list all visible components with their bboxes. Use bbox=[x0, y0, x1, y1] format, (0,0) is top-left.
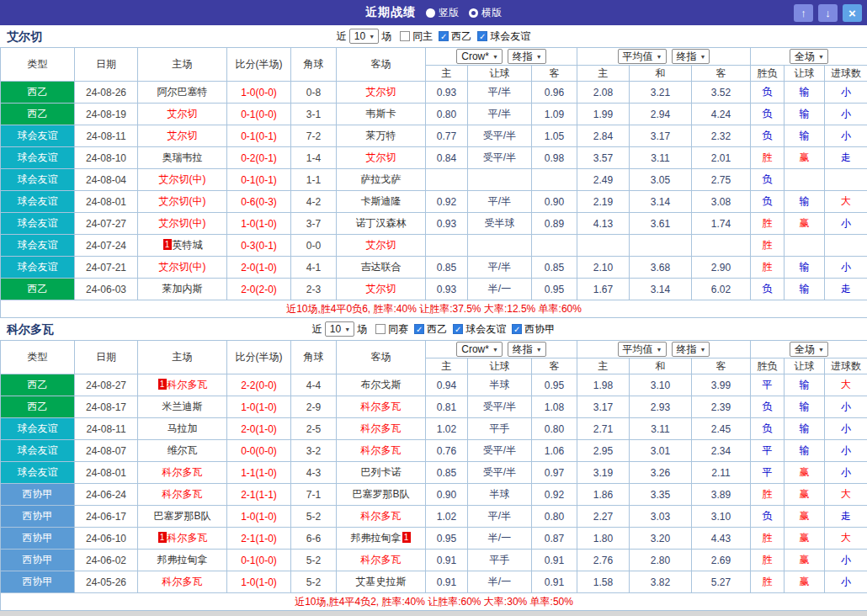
col-header-date: 日期 bbox=[75, 48, 138, 82]
avg-draw-odds: 2.80 bbox=[630, 550, 692, 571]
team-name-text: 莱万特 bbox=[366, 130, 396, 141]
handicap-home-odds: 0.85 bbox=[426, 462, 468, 484]
win-loss-result: 负 bbox=[751, 279, 785, 300]
away-team-link[interactable]: 邦弗拉甸拿1 bbox=[337, 528, 426, 550]
score-with-halftime: 1-0(1-0) bbox=[227, 506, 291, 528]
bookmaker-select[interactable]: Crow*▼ bbox=[456, 49, 503, 64]
away-team-link[interactable]: 巴塞罗那B队 bbox=[337, 484, 426, 506]
odds-time-select[interactable]: 终指▼ bbox=[672, 49, 710, 64]
away-team-link[interactable]: 韦斯卡 bbox=[337, 104, 426, 125]
home-team-link[interactable]: 巴塞罗那B队 bbox=[138, 506, 227, 528]
filter-checkbox-0[interactable]: 同主 bbox=[400, 29, 433, 44]
fullmatch-select[interactable]: 全场▼ bbox=[790, 342, 828, 357]
fullmatch-select[interactable]: 全场▼ bbox=[790, 49, 828, 64]
home-team-link[interactable]: 奥瑞韦拉 bbox=[138, 147, 227, 169]
filter-checkbox-1[interactable]: ✓西乙 bbox=[414, 322, 447, 337]
odds-time-select[interactable]: 终指▼ bbox=[508, 342, 546, 357]
handicap-away-odds: 0.95 bbox=[532, 374, 577, 396]
filter-checkbox-2[interactable]: ✓球会友谊 bbox=[477, 29, 530, 44]
recent-count-select[interactable]: 10▼ bbox=[325, 321, 354, 337]
away-team-link[interactable]: 艾基史拉斯 bbox=[337, 571, 426, 593]
filter-checkbox-3[interactable]: ✓西协甲 bbox=[512, 322, 555, 337]
col-header-away: 客场 bbox=[337, 341, 426, 374]
goals-over-under-result: 小 bbox=[825, 462, 867, 484]
home-team-link[interactable]: 科尔多瓦 bbox=[138, 571, 227, 593]
corner-count: 2-9 bbox=[291, 396, 337, 418]
handicap-result: 输 bbox=[785, 82, 825, 104]
bookmaker-odds-group: Crow*▼ 终指▼ bbox=[426, 48, 577, 66]
away-team-link[interactable]: 艾尔切 bbox=[337, 235, 426, 257]
home-team-link[interactable]: 艾尔切(中) bbox=[138, 169, 227, 191]
view-option-horizontal[interactable]: 横版 bbox=[469, 6, 502, 20]
away-team-link[interactable]: 诺丁汉森林 bbox=[337, 213, 426, 235]
match-row: 球会友谊 24-08-01 科尔多瓦 1-1(1-0) 4-3 巴列卡诺 0.8… bbox=[1, 462, 867, 484]
away-team-link[interactable]: 吉达联合 bbox=[337, 257, 426, 279]
away-team-link[interactable]: 艾尔切 bbox=[337, 82, 426, 104]
view-option-label: 竖版 bbox=[439, 6, 459, 20]
move-up-button[interactable]: ↑ bbox=[794, 4, 813, 22]
handicap-line: 半/一 bbox=[468, 528, 532, 550]
team-name-text: 科尔多瓦 bbox=[361, 554, 402, 566]
average-select[interactable]: 平均值▼ bbox=[618, 49, 667, 64]
bookmaker-select[interactable]: Crow*▼ bbox=[456, 342, 503, 357]
home-team-link[interactable]: 艾尔切(中) bbox=[138, 257, 227, 279]
home-team-link[interactable]: 科尔多瓦 bbox=[138, 484, 227, 506]
home-team-link[interactable]: 艾尔切(中) bbox=[138, 213, 227, 235]
team-name-text: 艾尔切 bbox=[366, 151, 396, 163]
away-team-link[interactable]: 科尔多瓦 bbox=[337, 440, 426, 462]
home-team-link[interactable]: 艾尔切 bbox=[138, 125, 227, 147]
avg-draw-odds: 3.05 bbox=[630, 169, 692, 191]
home-team-link[interactable]: 科尔多瓦 bbox=[138, 462, 227, 484]
filter-checkbox-2[interactable]: ✓球会友谊 bbox=[453, 322, 506, 337]
home-team-link[interactable]: 1科尔多瓦 bbox=[138, 374, 227, 396]
odds-time-select[interactable]: 终指▼ bbox=[672, 342, 710, 357]
home-team-link[interactable]: 米兰迪斯 bbox=[138, 396, 227, 418]
home-team-link[interactable]: 莱加内斯 bbox=[138, 279, 227, 300]
home-team-link[interactable]: 1科尔多瓦 bbox=[138, 528, 227, 550]
avg-away-odds: 4.24 bbox=[692, 104, 751, 125]
away-team-link[interactable]: 卡斯迪隆 bbox=[337, 191, 426, 213]
away-team-link[interactable]: 科尔多瓦 bbox=[337, 506, 426, 528]
home-team-link[interactable]: 阿尔巴塞特 bbox=[138, 82, 227, 104]
away-team-link[interactable]: 萨拉戈萨 bbox=[337, 169, 426, 191]
filter-checkbox-label: 球会友谊 bbox=[490, 29, 530, 44]
close-button[interactable]: × bbox=[843, 4, 862, 22]
team-name-text: 吉达联合 bbox=[361, 261, 402, 273]
home-team-link[interactable]: 1英特城 bbox=[138, 235, 227, 257]
league-type-badge: 西乙 bbox=[1, 279, 75, 300]
view-option-vertical[interactable]: 竖版 bbox=[426, 6, 459, 20]
score-with-halftime: 2-1(1-0) bbox=[227, 528, 291, 550]
filter-checkbox-0[interactable]: 同赛 bbox=[375, 322, 408, 337]
away-team-link[interactable]: 莱万特 bbox=[337, 125, 426, 147]
team-name: 科尔多瓦 bbox=[7, 318, 54, 340]
league-type-badge: 西乙 bbox=[1, 374, 75, 396]
avg-away-odds: 6.02 bbox=[692, 279, 751, 300]
filter-checkbox-1[interactable]: ✓西乙 bbox=[439, 29, 471, 44]
away-team-link[interactable]: 科尔多瓦 bbox=[337, 418, 426, 440]
away-team-link[interactable]: 艾尔切 bbox=[337, 147, 426, 169]
col-header-avg-away: 客 bbox=[692, 358, 751, 374]
away-team-link[interactable]: 科尔多瓦 bbox=[337, 396, 426, 418]
away-team-link[interactable]: 艾尔切 bbox=[337, 279, 426, 300]
corner-count: 4-4 bbox=[291, 374, 337, 396]
home-team-link[interactable]: 邦弗拉甸拿 bbox=[138, 550, 227, 571]
home-team-link[interactable]: 马拉加 bbox=[138, 418, 227, 440]
move-down-button[interactable]: ↓ bbox=[818, 4, 838, 22]
home-team-link[interactable]: 艾尔切 bbox=[138, 104, 227, 125]
average-select[interactable]: 平均值▼ bbox=[618, 342, 667, 357]
avg-home-odds: 1.67 bbox=[577, 279, 630, 300]
odds-time-select[interactable]: 终指▼ bbox=[508, 49, 546, 64]
chevron-down-icon: ▼ bbox=[657, 54, 662, 60]
bookmaker-odds-group: Crow*▼ 终指▼ bbox=[426, 341, 577, 358]
recent-count-select[interactable]: 10▼ bbox=[349, 29, 379, 44]
filter-suffix-label: 场 bbox=[381, 29, 391, 44]
away-team-link[interactable]: 布尔戈斯 bbox=[337, 374, 426, 396]
home-team-link[interactable]: 艾尔切(中) bbox=[138, 191, 227, 213]
away-team-link[interactable]: 科尔多瓦 bbox=[337, 550, 426, 571]
avg-away-odds: 3.99 bbox=[692, 374, 751, 396]
away-team-link[interactable]: 巴列卡诺 bbox=[337, 462, 426, 484]
avg-draw-odds: 3.20 bbox=[630, 528, 692, 550]
home-team-link[interactable]: 维尔瓦 bbox=[138, 440, 227, 462]
horizontal-scrollbar[interactable] bbox=[0, 611, 867, 616]
handicap-line: 平/半 bbox=[468, 506, 532, 528]
